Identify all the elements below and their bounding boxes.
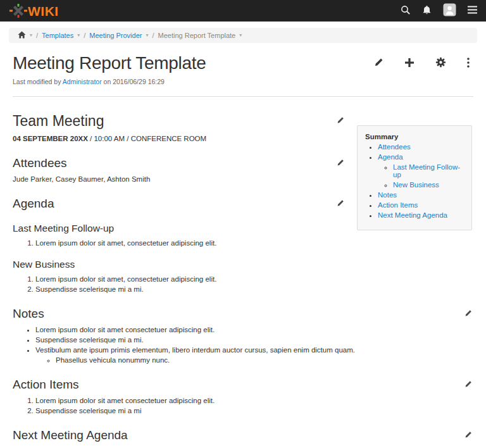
document-actions [374,57,473,70]
pencil-icon [337,159,344,168]
navbar-actions [401,3,477,18]
meeting-time-place: / 10:00 AM / CONFERENCE ROOM [88,135,206,142]
settings-button[interactable] [435,57,446,70]
new-business-list: Lorem ipsum dolor sit amet, consectetuer… [13,275,473,293]
chevron-down-icon[interactable]: ▾ [146,33,148,38]
search-button[interactable] [401,5,411,17]
last-modified-line: Last modified by Administrator on 2016/0… [13,78,473,85]
edit-section-button[interactable] [337,199,346,209]
brand-text: WIKI [28,4,59,18]
chevron-down-icon[interactable]: ▾ [239,33,242,38]
list-item: Last Meeting Follow-up [393,163,465,178]
notes-sublist: Phasellus vehicula nonummy nunc. [35,356,473,364]
menu-button[interactable] [468,6,477,16]
summary-link-next-meeting[interactable]: Next Meeting Agenda [378,211,447,219]
summary-link-notes[interactable]: Notes [378,191,397,199]
action-items-list: Lorem ipsum dolor sit amet consectetuer … [13,397,473,414]
page-content: Meeting Report Template [0,43,486,448]
edit-section-button[interactable] [464,380,473,390]
summary-link-follow-up[interactable]: Last Meeting Follow-up [393,163,460,178]
document-body: Summary Attendees Agenda Last Meeting Fo… [13,113,473,448]
list-item: Attendees [378,143,465,151]
breadcrumb-separator: / [36,32,38,39]
chevron-down-icon[interactable]: ▾ [77,33,80,38]
notifications-button[interactable] [422,5,432,17]
pencil-icon [464,309,472,319]
plus-icon [404,58,414,70]
avatar-icon [443,3,456,18]
summary-link-new-business[interactable]: New Business [393,181,439,189]
more-actions-button[interactable] [467,58,470,70]
pencil-icon [337,199,344,209]
top-navbar: WIKI [0,0,486,22]
chevron-down-icon[interactable]: ▾ [30,33,32,38]
list-item: Vestibulum ante ipsum primis elementum, … [35,346,473,364]
list-item: Notes [378,191,465,199]
section-heading-notes: Notes [13,307,44,321]
list-item: Next Meeting Agenda [378,211,465,219]
list-item: Lorem ipsum dolor sit amet consectetuer … [35,397,473,404]
page-title: Meeting Report Template [13,53,206,73]
edit-section-button[interactable] [464,431,473,440]
section-heading-next-meeting: Next Meeting Agenda [13,428,128,442]
modified-suffix: on 2016/06/29 16:29 [102,78,165,85]
xwiki-logo-x-icon [9,3,28,18]
modified-user-link[interactable]: Administrator [63,78,102,85]
user-avatar-button[interactable] [443,3,456,18]
summary-link-attendees[interactable]: Attendees [378,143,411,151]
breadcrumb: ▾ / Templates ▾ / Meeting Provider ▾ / M… [9,28,477,43]
header-divider [13,96,473,97]
section-heading-attendees: Attendees [13,156,67,170]
breadcrumb-separator: / [152,32,154,39]
meeting-date: 04 SEPTEMBER 20XX [13,135,88,142]
list-item: Lorem ipsum dolor sit amet, consectetuer… [35,275,473,283]
section-heading-action-items: Action Items [13,378,79,392]
list-item: Suspendisse scelerisque mi a mi. [35,336,473,344]
breadcrumb-separator: / [84,32,85,39]
list-item: New Business [393,181,465,189]
modified-prefix: Last modified by [13,78,63,85]
pencil-icon [464,431,472,440]
list-item: Agenda Last Meeting Follow-up New Busine… [378,153,465,189]
edit-section-button[interactable] [337,116,346,126]
list-item: Lorem ipsum dolor sit amet, consectetuer… [35,239,473,247]
search-icon [401,5,411,17]
list-item: Suspendisse scelerisque mi a mi. [35,285,473,293]
pencil-icon [374,58,383,69]
summary-panel: Summary Attendees Agenda Last Meeting Fo… [357,125,472,230]
list-item: Lorem ipsum dolor sit amet consectetuer … [35,326,473,333]
summary-link-agenda[interactable]: Agenda [378,153,403,161]
notes-list: Lorem ipsum dolor sit amet consectetuer … [13,326,473,364]
create-button[interactable] [404,58,414,70]
note-text: Vestibulum ante ipsum primis elementum, … [35,346,355,354]
edit-button[interactable] [374,58,383,69]
breadcrumb-item-current: Meeting Report Template [158,32,236,39]
breadcrumb-item-templates[interactable]: Templates [42,32,73,39]
list-item: Action Items [378,201,465,209]
breadcrumb-home-link[interactable] [18,31,26,40]
home-icon [18,31,26,40]
summary-title: Summary [365,133,465,140]
edit-section-button[interactable] [464,309,473,319]
follow-up-list: Lorem ipsum dolor sit amet, consectetuer… [13,239,473,247]
ellipsis-icon [467,58,470,70]
pencil-icon [464,380,472,390]
bell-icon [422,5,432,17]
hamburger-icon [468,6,477,16]
pencil-icon [337,116,344,126]
edit-section-button[interactable] [337,159,346,168]
summary-link-action-items[interactable]: Action Items [378,201,418,209]
section-heading-new-business: New Business [13,259,473,270]
breadcrumb-item-meeting-provider[interactable]: Meeting Provider [89,32,142,39]
xwiki-logo[interactable]: WIKI [9,3,59,18]
section-heading-team-meeting: Team Meeting [13,113,104,130]
gear-icon [435,57,446,70]
section-heading-agenda: Agenda [13,197,54,211]
list-item: Phasellus vehicula nonummy nunc. [56,356,473,364]
list-item: Suspendisse scelerisque mi a mi [35,407,473,414]
